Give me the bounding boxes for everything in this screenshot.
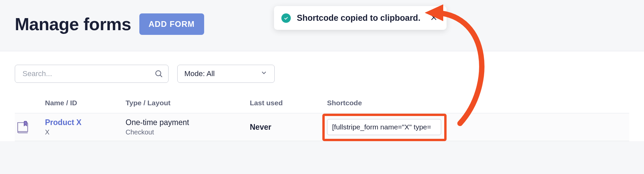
form-icon [15, 119, 31, 135]
check-icon [281, 13, 291, 23]
col-shortcode: Shortcode [327, 99, 468, 107]
table-header-row: Name / ID Type / Layout Last used Shortc… [15, 99, 629, 113]
form-id: X [45, 128, 126, 136]
form-layout: Checkout [126, 128, 250, 136]
search-input[interactable] [15, 65, 169, 83]
toast-close-button[interactable] [428, 12, 439, 24]
forms-table: Name / ID Type / Layout Last used Shortc… [15, 99, 629, 141]
search-wrapper [15, 65, 169, 83]
add-form-button[interactable]: ADD FORM [139, 13, 204, 35]
form-name-link[interactable]: Product X [45, 118, 82, 127]
close-icon [430, 13, 438, 22]
col-name: Name / ID [45, 99, 126, 107]
filters-row: Mode: All [15, 65, 629, 83]
toast-message: Shortcode copied to clipboard. [297, 13, 420, 23]
form-type: One-time payment [126, 118, 250, 127]
last-used-value: Never [250, 123, 327, 132]
page-title: Manage forms [15, 14, 131, 34]
table-row: Product X X One-time payment Checkout Ne… [15, 113, 629, 141]
shortcode-input[interactable] [327, 119, 441, 135]
col-last-used: Last used [250, 99, 327, 107]
mode-filter-label: Mode: All [184, 69, 215, 78]
clipboard-toast: Shortcode copied to clipboard. [274, 6, 447, 30]
content-panel: Mode: All Name / ID Type / Layout Last u… [0, 51, 644, 141]
col-type: Type / Layout [126, 99, 250, 107]
mode-filter-select[interactable]: Mode: All [177, 65, 275, 83]
chevron-down-icon [260, 69, 268, 78]
